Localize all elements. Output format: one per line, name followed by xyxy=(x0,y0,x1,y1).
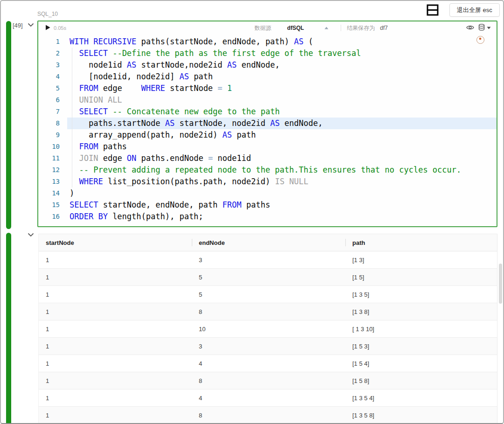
output-indicator-bar[interactable] xyxy=(6,233,11,424)
table-cell: 1 xyxy=(39,377,192,384)
table-cell: 1 xyxy=(39,274,192,281)
code-line-content: ) xyxy=(67,188,497,199)
result-dataframe-name: df7 xyxy=(380,25,388,31)
code-line-content: SELECT startNode, endNode, path FROM pat… xyxy=(67,199,497,211)
table-cell: [1 5 4] xyxy=(345,360,497,367)
cell-title: SQL_10 xyxy=(37,11,58,17)
code-line: 1WITH RECURSIVE paths(startNode, endNode… xyxy=(38,36,497,48)
code-line: 16ORDER BY length(path), path; xyxy=(38,211,497,222)
table-cell: 1 xyxy=(39,412,192,419)
code-line: 6 UNION ALL xyxy=(38,94,497,106)
table-cell: 1 xyxy=(39,308,192,315)
database-icon xyxy=(478,24,485,32)
line-number: 7 xyxy=(38,106,67,118)
toolbar-divider xyxy=(341,25,341,31)
input-indicator-bar[interactable] xyxy=(6,21,11,229)
line-number: 4 xyxy=(38,71,67,83)
table-cell: 8 xyxy=(192,377,345,384)
run-button[interactable] xyxy=(45,25,50,31)
line-number: 12 xyxy=(38,164,67,176)
code-line: 4 [node1id, node2id] AS path xyxy=(38,71,497,83)
table-row: 18[1 5 8] xyxy=(39,372,497,389)
result-save-label: 结果保存为 xyxy=(347,24,375,32)
exit-fullscreen-button[interactable]: 退出全屏 esc xyxy=(449,3,500,17)
table-cell: [1 3 8] xyxy=(345,308,497,315)
table-header-row: startNodeendNodepath xyxy=(39,234,497,251)
code-line: 14) xyxy=(38,188,497,199)
table-cell: 10 xyxy=(192,326,345,333)
code-line-content: [node1id, node2id] AS path xyxy=(67,71,497,83)
table-cell: 1 xyxy=(39,360,192,367)
table-cell: 1 xyxy=(39,395,192,402)
table-cell: 4 xyxy=(192,360,345,367)
sql-cell: 0.05s 数据源 dfSQL 结果保存为 df7 xyxy=(37,21,497,227)
line-number: 5 xyxy=(38,83,67,94)
code-line-content: SELECT -- Concatenate new edge to the pa… xyxy=(67,106,497,118)
datasource-button[interactable] xyxy=(478,24,491,32)
play-icon xyxy=(45,25,50,32)
table-cell: 1 xyxy=(39,343,192,350)
column-header-path: path xyxy=(345,239,497,246)
split-view-button[interactable] xyxy=(426,4,439,16)
code-line-content: -- Prevent adding a repeated node to the… xyxy=(67,164,497,176)
line-number: 16 xyxy=(38,211,67,222)
code-line-content: array_append(path, node2id) AS path xyxy=(67,129,497,141)
code-line: 2 SELECT --Define the path as the first … xyxy=(38,48,497,59)
table-cell: 5 xyxy=(192,274,345,281)
code-line: 12 -- Prevent adding a repeated node to … xyxy=(38,164,497,176)
code-line: 3 node1id AS startNode,node2id AS endNod… xyxy=(38,59,497,71)
code-line: 11 JOIN edge ON paths.endNode = node1id xyxy=(38,153,497,164)
table-cell: 5 xyxy=(192,291,345,298)
table-cell: [1 3] xyxy=(345,257,497,264)
code-line: 5 FROM edge WHERE startNode = 1 xyxy=(38,83,497,94)
table-body: 13[1 3]15[1 5]15[1 3 5]18[1 3 8]110[ 1 3… xyxy=(39,251,497,424)
code-line-content: paths.startNode AS startNode, node2id AS… xyxy=(67,118,497,129)
line-number: 10 xyxy=(38,141,67,153)
caret-up-icon[interactable] xyxy=(324,27,329,29)
column-header-startNode: startNode xyxy=(39,239,192,246)
table-row: 18[1 3 5 8] xyxy=(39,407,497,424)
visibility-toggle-button[interactable] xyxy=(466,25,474,32)
scrollbar-thumb[interactable] xyxy=(499,264,502,304)
code-line-content: ORDER BY length(path), path; xyxy=(67,211,497,222)
code-line-content: WHERE list_position(paths.path, node2id)… xyxy=(67,176,497,188)
table-cell: [ 1 3 10] xyxy=(345,326,497,333)
table-row: 14[1 5 4] xyxy=(39,355,497,372)
table-cell: 1 xyxy=(39,257,192,264)
line-number: 13 xyxy=(38,176,67,188)
split-view-icon xyxy=(426,11,439,18)
line-number: 15 xyxy=(38,199,67,211)
table-cell: [1 3 5 4] xyxy=(345,395,497,402)
line-number: 8 xyxy=(38,118,67,129)
line-number: 6 xyxy=(38,94,67,106)
chevron-down-icon[interactable] xyxy=(28,23,34,27)
caret-down-icon xyxy=(487,27,491,29)
cell-toolbar: 0.05s 数据源 dfSQL 结果保存为 df7 xyxy=(38,21,497,35)
table-row: 13[1 3] xyxy=(39,251,497,269)
runtime-label: 0.05s xyxy=(54,25,66,31)
engine-selector[interactable]: dfSQL xyxy=(287,25,304,31)
eye-icon xyxy=(466,25,474,32)
column-header-endNode: endNode xyxy=(192,239,345,246)
code-line-content: node1id AS startNode,node2id AS endNode, xyxy=(67,59,497,71)
table-cell: [1 3 5 8] xyxy=(345,412,497,419)
kernel-status-icon xyxy=(476,36,484,44)
line-number: 2 xyxy=(38,48,67,59)
code-editor[interactable]: 1WITH RECURSIVE paths(startNode, endNode… xyxy=(38,35,497,222)
table-cell: [1 5 3] xyxy=(345,343,497,350)
code-line: 13 WHERE list_position(paths.path, node2… xyxy=(38,176,497,188)
code-line: 10 FROM paths xyxy=(38,141,497,153)
table-cell: [1 5 8] xyxy=(345,377,497,384)
datasource-label: 数据源 xyxy=(254,24,271,32)
table-row: 15[1 3 5] xyxy=(39,286,497,303)
line-number: 9 xyxy=(38,129,67,141)
table-cell: 8 xyxy=(192,412,345,419)
code-line-content: FROM edge WHERE startNode = 1 xyxy=(67,83,497,94)
code-line-content: UNION ALL xyxy=(67,94,497,106)
code-line-content: SELECT --Define the path as the first ed… xyxy=(67,48,497,59)
results-table: startNodeendNodepath 13[1 3]15[1 5]15[1 … xyxy=(38,234,497,424)
chevron-down-icon[interactable] xyxy=(28,233,34,237)
table-row: 13[1 5 3] xyxy=(39,338,497,355)
line-number: 1 xyxy=(38,36,67,48)
table-cell: 4 xyxy=(192,395,345,402)
